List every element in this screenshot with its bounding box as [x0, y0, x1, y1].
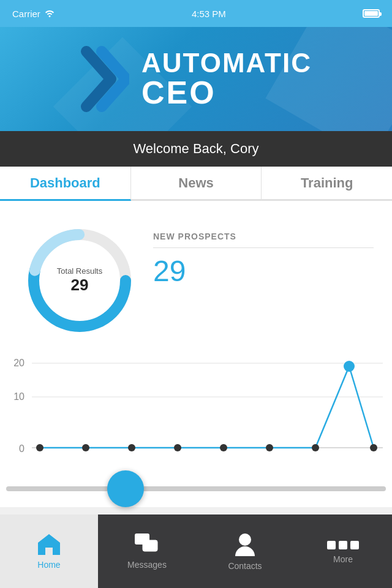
- svg-line-15: [315, 366, 349, 448]
- svg-point-24: [344, 361, 355, 372]
- svg-point-17: [36, 444, 43, 451]
- prospects-info: NEW PROSPECTS 29: [153, 219, 374, 288]
- dashboard-row: Total Results 29 NEW PROSPECTS 29: [0, 201, 392, 348]
- svg-rect-28: [143, 540, 157, 551]
- battery-icon: [363, 9, 380, 18]
- svg-text:0: 0: [19, 443, 24, 454]
- donut-total-value: 29: [57, 276, 102, 295]
- app-title-ceo: CEO: [141, 77, 312, 108]
- nav-contacts-label: Contacts: [228, 561, 262, 571]
- logo-area: AUTOMATIC CEO: [80, 45, 312, 113]
- welcome-text: Welcome Back, Cory: [134, 141, 259, 157]
- nav-contacts[interactable]: Contacts: [196, 514, 294, 588]
- svg-point-19: [128, 444, 135, 451]
- svg-line-16: [349, 366, 374, 448]
- donut-label: Total Results 29: [57, 266, 102, 295]
- svg-text:20: 20: [13, 358, 24, 368]
- svg-point-29: [239, 533, 251, 546]
- svg-rect-31: [339, 541, 347, 549]
- tab-news[interactable]: News: [131, 167, 262, 201]
- svg-point-25: [370, 444, 377, 451]
- nav-more-label: More: [333, 554, 353, 564]
- svg-point-18: [82, 444, 89, 451]
- svg-text:10: 10: [13, 391, 24, 402]
- messages-icon: [134, 533, 160, 556]
- status-time: 4:53 PM: [192, 9, 226, 19]
- prospects-label: NEW PROSPECTS: [153, 232, 374, 248]
- donut-chart: Total Results 29: [18, 219, 141, 342]
- prospects-count: 29: [153, 254, 374, 288]
- app-title-automatic: AUTOMATIC: [141, 50, 312, 77]
- svg-rect-32: [350, 541, 359, 549]
- nav-messages-label: Messages: [127, 560, 167, 570]
- app-header: AUTOMATIC CEO: [0, 27, 392, 131]
- donut-total-label: Total Results: [57, 266, 102, 276]
- tab-dashboard[interactable]: Dashboard: [0, 167, 131, 201]
- svg-point-21: [220, 444, 227, 451]
- line-chart: 20 10 0: [0, 348, 392, 470]
- contacts-icon: [234, 532, 256, 557]
- nav-home-label: Home: [37, 560, 60, 570]
- wifi-icon: [44, 9, 55, 19]
- svg-point-22: [266, 444, 273, 451]
- nav-home[interactable]: Home: [0, 514, 98, 588]
- bottom-nav: Home Messages Contacts More: [0, 514, 392, 588]
- nav-messages[interactable]: Messages: [98, 514, 196, 588]
- tab-training[interactable]: Training: [262, 167, 392, 201]
- nav-more[interactable]: More: [294, 514, 392, 588]
- svg-point-23: [312, 444, 319, 451]
- scrollbar-area[interactable]: [0, 470, 392, 507]
- welcome-bar: Welcome Back, Cory: [0, 131, 392, 167]
- more-icon: [327, 538, 359, 551]
- scrollbar-thumb[interactable]: [107, 470, 144, 507]
- scrollbar-track[interactable]: [6, 486, 386, 491]
- svg-rect-30: [327, 541, 336, 549]
- home-icon: [37, 533, 61, 556]
- tabs-bar: Dashboard News Training: [0, 167, 392, 201]
- main-content: Total Results 29 NEW PROSPECTS 29 20 10 …: [0, 201, 392, 507]
- svg-point-20: [174, 444, 181, 451]
- status-bar: Carrier 4:53 PM: [0, 0, 392, 27]
- app-title: AUTOMATIC CEO: [141, 50, 312, 108]
- carrier-text: Carrier: [12, 9, 40, 19]
- carrier-info: Carrier: [12, 9, 55, 19]
- app-logo: [80, 45, 129, 113]
